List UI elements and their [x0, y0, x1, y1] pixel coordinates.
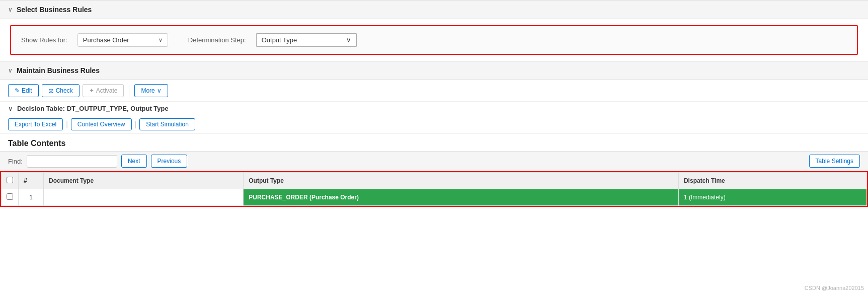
more-button[interactable]: More ∨	[134, 84, 168, 97]
main-toolbar: ✎ Edit ⚖ Check ✦ Activate More ∨	[0, 80, 868, 101]
secondary-toolbar: Export To Excel | Context Overview | Sta…	[0, 115, 868, 134]
show-rules-value: Purchase Order	[83, 36, 129, 44]
row-document-type-cell	[44, 189, 244, 206]
check-icon: ⚖	[48, 87, 54, 94]
table-settings-button[interactable]: Table Settings	[809, 155, 860, 168]
context-overview-button[interactable]: Context Overview	[71, 118, 132, 130]
select-rules-title: Select Business Rules	[17, 6, 92, 14]
determination-step-label: Determination Step:	[188, 36, 246, 44]
start-simulation-button[interactable]: Start Simulation	[139, 118, 195, 130]
watermark: CSDN @Joanna202015	[805, 285, 864, 291]
previous-label: Previous	[157, 158, 181, 165]
dt-chevron-icon: ∨	[8, 105, 13, 112]
show-rules-label: Show Rules for:	[21, 36, 67, 44]
find-bar: Find: Next Previous Table Settings	[0, 151, 868, 171]
find-input[interactable]	[27, 155, 117, 168]
edit-icon: ✎	[15, 87, 20, 94]
determination-step-select[interactable]: Output Type ∨	[256, 33, 357, 47]
more-label: More	[141, 87, 154, 94]
edit-label: Edit	[22, 87, 32, 94]
maintain-rules-chevron: ∨	[8, 67, 13, 74]
select-rules-chevron: ∨	[8, 6, 13, 13]
find-bar-right: Table Settings	[809, 155, 860, 168]
maintain-rules-title: Maintain Business Rules	[17, 66, 100, 75]
sep1: |	[66, 120, 68, 128]
determination-chevron-icon: ∨	[346, 36, 351, 44]
find-label: Find:	[8, 158, 23, 165]
col-header-checkbox	[2, 173, 19, 189]
table-header-row: # Document Type Output Type Dispatch Tim…	[2, 173, 867, 189]
next-label: Next	[128, 158, 140, 165]
activate-button[interactable]: ✦ Activate	[83, 84, 124, 97]
row-checkbox[interactable]	[7, 193, 13, 200]
edit-button[interactable]: ✎ Edit	[8, 84, 39, 97]
col-header-dispatch-time: Dispatch Time	[678, 173, 866, 189]
row-output-type-cell: PURCHASE_ORDER (Purchase Order)	[244, 189, 679, 206]
check-label: Check	[56, 87, 73, 94]
next-button[interactable]: Next	[121, 155, 147, 168]
decision-table-header: ∨ Decision Table: DT_OUTPUT_TYPE, Output…	[0, 101, 868, 115]
data-table: # Document Type Output Type Dispatch Tim…	[1, 172, 867, 206]
more-chevron-icon: ∨	[157, 87, 162, 94]
table-settings-label: Table Settings	[816, 158, 853, 165]
start-simulation-label: Start Simulation	[146, 121, 189, 128]
table-row: 1 PURCHASE_ORDER (Purchase Order) 1 (Imm…	[2, 189, 867, 206]
previous-button[interactable]: Previous	[151, 155, 188, 168]
export-to-excel-button[interactable]: Export To Excel	[8, 118, 63, 130]
export-label: Export To Excel	[15, 121, 56, 128]
check-button[interactable]: ⚖ Check	[42, 84, 80, 97]
toolbar-separator	[129, 85, 129, 96]
show-rules-chevron-icon: ∨	[159, 37, 163, 43]
table-contents-heading: Table Contents	[0, 134, 868, 151]
activate-label: Activate	[96, 87, 118, 94]
row-number-cell: 1	[19, 189, 44, 206]
activate-icon: ✦	[89, 87, 94, 94]
maintain-business-rules-header[interactable]: ∨ Maintain Business Rules	[0, 61, 868, 80]
col-header-output-type: Output Type	[244, 173, 679, 189]
select-all-checkbox[interactable]	[7, 177, 13, 183]
context-overview-label: Context Overview	[77, 121, 125, 128]
show-rules-select[interactable]: Purchase Order ∨	[77, 33, 168, 47]
row-checkbox-cell[interactable]	[2, 189, 19, 206]
decision-table-title: Decision Table: DT_OUTPUT_TYPE, Output T…	[17, 105, 169, 112]
col-header-number: #	[19, 173, 44, 189]
row-dispatch-time-cell: 1 (Immediately)	[678, 189, 866, 206]
sep2: |	[135, 120, 137, 128]
col-header-document-type: Document Type	[44, 173, 244, 189]
select-business-rules-header[interactable]: ∨ Select Business Rules	[0, 0, 868, 19]
determination-step-value: Output Type	[262, 36, 297, 44]
rules-filter-area: Show Rules for: Purchase Order ∨ Determi…	[10, 25, 858, 55]
data-table-wrapper: # Document Type Output Type Dispatch Tim…	[0, 171, 868, 207]
